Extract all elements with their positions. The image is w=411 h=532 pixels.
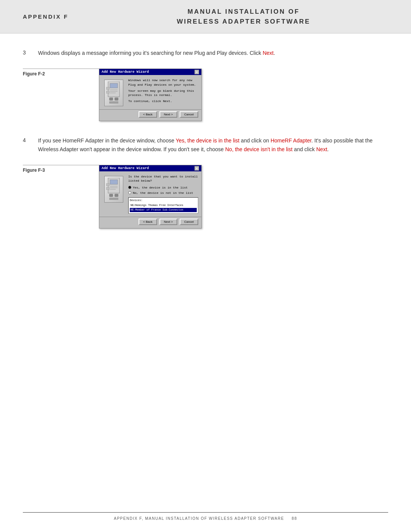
step-4: 4 If you see HomeRF Adapter in the devic… [23,136,388,153]
figure-f2-titlebar: Add New Hardware Wizard × [99,69,201,75]
step-4-link-homerf: HomeRF Adapter [271,137,311,144]
svg-rect-4 [110,83,118,88]
step-4-link-no: No, the device isn't in the list [225,146,293,152]
figure-f2-cancel-btn[interactable]: Cancel [180,111,198,118]
figure-f2-close-btn: × [194,70,199,74]
figure-f3-footer: < Back Next > Cancel [99,217,201,228]
figure-f3-devices-box: Devices: NE/Hemings Thomas Free Interfac… [128,197,198,214]
svg-rect-11 [109,194,113,197]
figure-f3-image-col: Add New Hardware Wizard × [99,165,388,228]
svg-rect-1 [109,97,113,101]
step-3-link-next: Next [263,50,274,56]
footer-page-number: 88 [292,516,297,521]
svg-rect-18 [106,184,109,186]
header-band: APPENDIX F MANUAL INSTALLATION OF WIRELE… [0,0,411,34]
figure-f3-text-col: Is the device that you want to install l… [128,174,198,214]
appendix-label: APPENDIX F [23,13,99,20]
figure-f3-device-1: NE/Hemings Thomas Free Interfaces [130,203,197,208]
figure-f3-question: Is the device that you want to install l… [128,174,198,183]
figure-f3-devices-label: Devices: [130,199,197,203]
content-area: 3 Windows displays a message informing y… [0,49,411,267]
page-title: MANUAL INSTALLATION OF WIRELESS ADAPTER … [99,7,388,26]
figure-f3-dialog: Add New Hardware Wizard × [99,165,202,228]
figure-f2-body: Windows will now search for any new Plug… [99,75,201,109]
figure-f2-titlebar-btns: × [194,70,199,74]
title-block: MANUAL INSTALLATION OF WIRELESS ADAPTER … [99,7,388,26]
radio-no-label: No, the device is not in the list [133,191,193,195]
svg-rect-12 [115,194,118,197]
figure-f2-label: Figure F-2 [23,69,99,77]
step-3-number: 3 [23,49,38,56]
page-container: APPENDIX F MANUAL INSTALLATION OF WIRELE… [0,0,411,532]
radio-yes-label: Yes, the device is in the list [133,185,188,190]
figure-f3-section: Figure F-3 Add New Hardware Wizard × [23,165,388,228]
figure-f2-dialog: Add New Hardware Wizard × [99,69,202,121]
figure-f3-back-btn[interactable]: < Back [139,219,157,225]
wizard-icon-2 [104,176,123,203]
figure-f2-text-col: Windows will now search for any new Plug… [128,78,198,106]
figure-f3-titlebar: Add New Hardware Wizard × [99,165,201,171]
figure-f3-icon-col [102,174,125,214]
step-4-link-next: Next [316,146,327,152]
figure-f3-radios: Yes, the device is in the list No, the d… [128,185,198,195]
svg-rect-9 [106,91,109,93]
step-3: 3 Windows displays a message informing y… [23,49,388,57]
figure-f2-section: Figure F-2 Add New Hardware Wizard × [23,69,388,121]
figure-f2-title: Add New Hardware Wizard [102,70,149,74]
figure-f2-next-btn[interactable]: Next > [159,111,177,118]
svg-rect-3 [109,101,118,104]
radio-yes-circle [128,186,131,189]
figure-f2-image-col: Add New Hardware Wizard × [99,69,388,121]
figure-f2-back-btn[interactable]: < Back [139,111,157,118]
figure-f2-line1: Windows will now search for any new Plug… [128,78,198,86]
figure-f3-next-btn[interactable]: Next > [159,219,177,225]
figure-f2-line2: Your screen may go blank during this pro… [128,89,198,97]
step-4-link-yes: Yes, the device is in the list [176,137,240,144]
figure-f3-label-col: Figure F-3 [23,165,99,173]
svg-rect-2 [115,97,118,101]
svg-rect-19 [106,187,109,190]
svg-rect-13 [109,198,118,200]
figure-f2-line3: To continue, click Next. [128,99,198,103]
svg-rect-14 [110,180,118,184]
footer-text: APPENDIX F, MANUAL INSTALLATION OF WIREL… [114,516,284,521]
figure-f2-footer: < Back Next > Cancel [99,109,201,121]
wizard-icon [104,80,123,106]
figure-f2-label-col: Figure F-2 [23,69,99,77]
svg-rect-8 [106,87,109,89]
figure-f3-radio-no: No, the device is not in the list [128,191,198,195]
figure-f2-icon-col [102,78,125,106]
radio-no-circle [128,191,131,194]
figure-f3-body: Is the device that you want to install l… [99,171,201,217]
figure-f3-titlebar-btns: × [194,166,199,171]
page-footer: APPENDIX F, MANUAL INSTALLATION OF WIREL… [23,512,388,521]
figure-f3-cancel-btn[interactable]: Cancel [180,219,198,225]
figure-f3-label: Figure F-3 [23,165,99,173]
step-4-number: 4 [23,136,38,143]
figure-f3-radio-yes: Yes, the device is in the list [128,185,198,190]
figure-f3-title: Add New Hardware Wizard [102,166,149,170]
figure-f3-device-2: NE-Member of France Sub-Connecton [130,208,197,212]
step-4-text: If you see HomeRF Adapter in the device … [38,136,388,153]
figure-f3-close-btn: × [194,166,199,171]
step-3-text: Windows displays a message informing you… [38,49,388,57]
